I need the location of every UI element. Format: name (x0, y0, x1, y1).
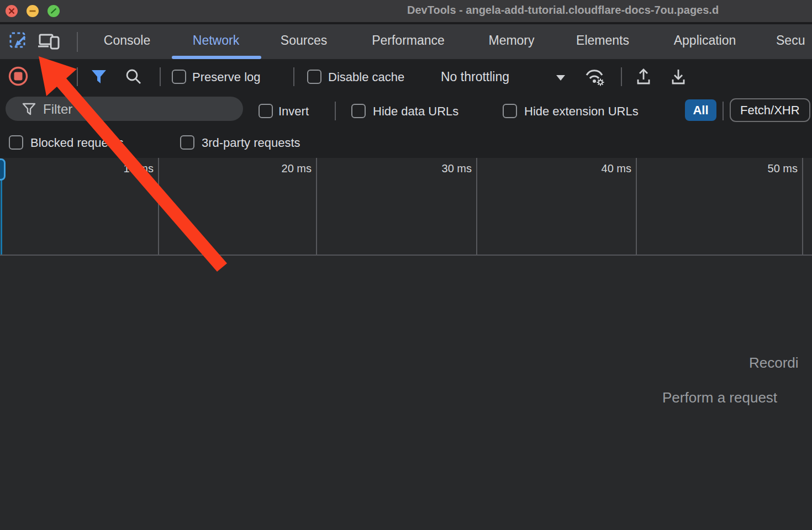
timeline-gridline (158, 158, 159, 255)
chevron-down-icon (556, 75, 566, 81)
disable-cache-checkbox[interactable] (307, 70, 321, 84)
close-window-button[interactable] (6, 5, 18, 17)
tab-memory[interactable]: Memory (488, 33, 534, 48)
timeline-tick-30ms: 30 ms (428, 162, 472, 175)
tab-security[interactable]: Secu (776, 33, 805, 48)
throttling-select-value[interactable]: No throttling (441, 70, 509, 84)
toolbar-separator (77, 67, 78, 86)
network-toolbar: Preserve log Disable cache No throttling (0, 59, 812, 94)
disable-cache-label[interactable]: Disable cache (328, 70, 404, 84)
window-title: DevTools - angela-add-tutorial.cloudflar… (407, 4, 719, 17)
clear-icon (44, 67, 63, 86)
toolbar-separator (293, 67, 294, 86)
preserve-log-checkbox[interactable] (172, 70, 186, 84)
timeline-gridline (636, 158, 637, 255)
search-icon (125, 68, 143, 86)
invert-checkbox[interactable] (259, 104, 273, 118)
timeline-selection-handle[interactable] (0, 158, 6, 181)
device-toolbar-icon (38, 32, 63, 51)
timeline-gridline (802, 158, 803, 255)
zoom-icon (48, 5, 60, 17)
blocked-requests-checkbox[interactable] (9, 135, 23, 150)
stop-record-icon (7, 66, 29, 88)
toolbar-separator (621, 67, 622, 86)
timeline-tick-10ms: 10 ms (109, 162, 154, 175)
toolbar-separator (160, 67, 161, 86)
zoom-window-button[interactable] (48, 5, 60, 17)
timeline-gridline (476, 158, 477, 255)
tab-application[interactable]: Application (674, 33, 736, 48)
titlebar: DevTools - angela-add-tutorial.cloudflar… (0, 0, 812, 24)
close-icon (6, 5, 18, 17)
filter-separator (335, 102, 336, 120)
timeline-tick-40ms: 40 ms (587, 162, 631, 175)
inspect-element-button[interactable] (9, 31, 29, 54)
devtools-tabbar: Console Network Sources Performance Memo… (0, 24, 812, 59)
import-har-icon (634, 67, 653, 86)
third-party-requests-checkbox[interactable] (180, 135, 194, 150)
timeline-event-marker-line (1, 179, 2, 255)
empty-state-instruction-text: Perform a request (662, 389, 777, 406)
timeline-tick-50ms: 50 ms (753, 162, 798, 175)
third-party-requests-label[interactable]: 3rd-party requests (202, 136, 300, 150)
blocked-requests-label[interactable]: Blocked requests (30, 136, 124, 150)
network-conditions-icon (584, 67, 608, 87)
filter-field[interactable] (6, 97, 243, 121)
requests-empty-panel: Recordi Perform a request (0, 256, 812, 530)
preserve-log-label[interactable]: Preserve log (192, 70, 261, 84)
throttling-dropdown-caret[interactable] (556, 73, 566, 83)
export-har-icon (669, 67, 688, 86)
search-button[interactable] (125, 68, 143, 88)
empty-state-recording-text: Recordi (749, 354, 799, 372)
hide-extension-urls-checkbox[interactable] (503, 104, 517, 118)
tab-sources[interactable]: Sources (281, 33, 327, 48)
tab-performance[interactable]: Performance (372, 33, 445, 48)
import-har-button[interactable] (634, 67, 653, 88)
hide-extension-urls-label[interactable]: Hide extension URLs (524, 104, 639, 119)
inspect-icon (9, 31, 29, 51)
hide-data-urls-checkbox[interactable] (351, 104, 366, 118)
record-stop-button[interactable] (7, 66, 29, 90)
clear-network-log-button[interactable] (44, 67, 63, 88)
network-overview-timeline[interactable]: 10 ms 20 ms 30 ms 40 ms 50 ms (0, 158, 812, 256)
filter-input[interactable] (42, 100, 238, 118)
funnel-icon (22, 103, 36, 116)
chip-separator (723, 102, 724, 120)
tab-elements[interactable]: Elements (576, 33, 629, 48)
hide-data-urls-label[interactable]: Hide data URLs (373, 104, 458, 119)
network-filter-bar: Invert Hide data URLs Hide extension URL… (0, 94, 812, 128)
request-type-chip-all[interactable]: All (685, 99, 716, 121)
filter-toggle-button[interactable] (91, 69, 107, 87)
export-har-button[interactable] (669, 67, 688, 88)
network-options-bar: Blocked requests 3rd-party requests (0, 128, 812, 158)
tab-network[interactable]: Network (193, 33, 239, 48)
minimize-window-button[interactable] (27, 5, 39, 17)
minimize-icon (27, 5, 39, 17)
timeline-tick-20ms: 20 ms (267, 162, 312, 175)
invert-label[interactable]: Invert (278, 104, 309, 119)
tab-console[interactable]: Console (104, 33, 150, 48)
request-type-chip-fetch-xhr[interactable]: Fetch/XHR (730, 98, 810, 122)
timeline-gridline (316, 158, 317, 255)
devtools-window: DevTools - angela-add-tutorial.cloudflar… (0, 0, 812, 530)
filter-icon (91, 69, 107, 84)
tabbar-separator (77, 32, 78, 52)
network-conditions-button[interactable] (584, 67, 608, 89)
toggle-device-toolbar-button[interactable] (38, 32, 63, 53)
